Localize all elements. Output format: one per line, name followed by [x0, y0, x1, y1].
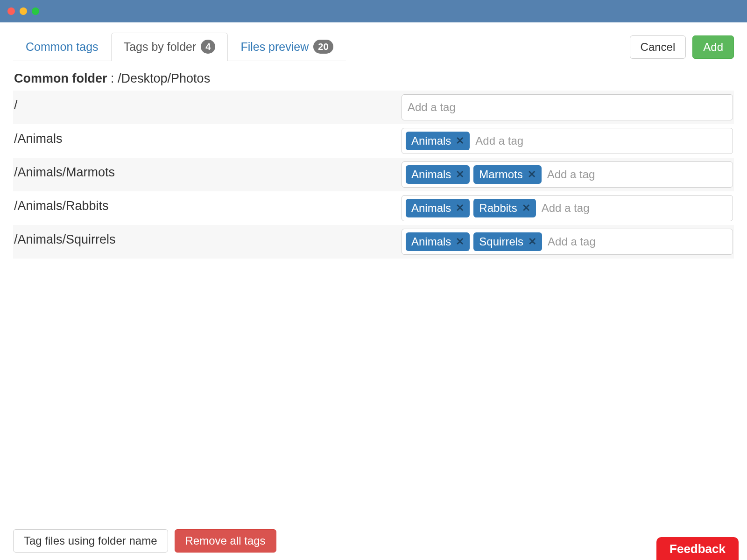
add-tag-input[interactable]: [406, 98, 729, 117]
folder-path: /Animals: [14, 128, 402, 146]
tag-input-box[interactable]: Animals✕: [402, 128, 733, 154]
remove-tag-icon[interactable]: ✕: [522, 202, 530, 214]
folder-row: /Animals/MarmotsAnimals✕Marmots✕: [13, 158, 734, 191]
tab-files-preview[interactable]: Files preview 20: [228, 33, 345, 61]
folder-path: /Animals/Squirrels: [14, 229, 402, 247]
tag-chip: Squirrels✕: [473, 232, 542, 251]
tag-label: Marmots: [479, 168, 522, 181]
common-folder-path: /Desktop/Photos: [118, 71, 210, 85]
folder-path: /Animals/Marmots: [14, 161, 402, 180]
tabs: Common tags Tags by folder 4 Files previ…: [13, 33, 346, 61]
tag-chip: Rabbits✕: [473, 199, 536, 217]
tag-chip: Animals✕: [406, 199, 470, 217]
tab-badge: 4: [201, 40, 215, 54]
folder-row: /Animals/RabbitsAnimals✕Rabbits✕: [13, 191, 734, 225]
tag-chip: Marmots✕: [473, 165, 541, 184]
tab-tags-by-folder[interactable]: Tags by folder 4: [111, 33, 228, 61]
tag-label: Squirrels: [479, 235, 523, 248]
tab-label: Common tags: [26, 40, 99, 54]
tag-input-box[interactable]: Animals✕Marmots✕: [402, 161, 733, 188]
folder-row: /Animals/SquirrelsAnimals✕Squirrels✕: [13, 225, 734, 259]
tag-input-box[interactable]: [402, 94, 733, 120]
window-titlebar: [0, 0, 747, 22]
common-folder-label: Common folder: [14, 71, 107, 85]
tab-label: Tags by folder: [124, 40, 197, 54]
tag-label: Animals: [411, 134, 451, 147]
folder-row: /AnimalsAnimals✕: [13, 124, 734, 158]
remove-tag-icon[interactable]: ✕: [528, 168, 536, 181]
tag-label: Animals: [411, 202, 451, 215]
add-tag-input[interactable]: [546, 232, 729, 251]
window-close-icon[interactable]: [7, 7, 15, 15]
tab-badge: 20: [313, 40, 333, 54]
cancel-button[interactable]: Cancel: [630, 35, 686, 59]
common-folder-sep: :: [107, 71, 118, 85]
tag-label: Rabbits: [479, 202, 517, 215]
remove-tag-icon[interactable]: ✕: [456, 236, 464, 248]
remove-tag-icon[interactable]: ✕: [456, 202, 464, 214]
add-button[interactable]: Add: [692, 35, 734, 59]
remove-all-tags-button[interactable]: Remove all tags: [175, 529, 276, 553]
tag-chip: Animals✕: [406, 232, 470, 251]
tag-using-folder-button[interactable]: Tag files using folder name: [13, 529, 168, 553]
folders-table: //AnimalsAnimals✕/Animals/MarmotsAnimals…: [13, 91, 734, 259]
tab-common-tags[interactable]: Common tags: [13, 33, 111, 61]
footer-actions: Tag files using folder name Remove all t…: [13, 529, 276, 553]
add-tag-input[interactable]: [540, 199, 729, 217]
folder-path: /Animals/Rabbits: [14, 195, 402, 213]
top-actions: Cancel Add: [630, 35, 734, 59]
add-tag-input[interactable]: [473, 132, 729, 150]
tag-input-box[interactable]: Animals✕Squirrels✕: [402, 229, 733, 255]
tab-label: Files preview: [240, 40, 309, 54]
tag-label: Animals: [411, 168, 451, 181]
top-bar: Common tags Tags by folder 4 Files previ…: [13, 33, 734, 61]
window-minimize-icon[interactable]: [20, 7, 27, 15]
remove-tag-icon[interactable]: ✕: [456, 168, 464, 181]
remove-tag-icon[interactable]: ✕: [456, 135, 464, 147]
folder-path: /: [14, 94, 402, 112]
feedback-button[interactable]: Feedback: [656, 537, 739, 560]
tag-chip: Animals✕: [406, 132, 470, 150]
tag-input-box[interactable]: Animals✕Rabbits✕: [402, 195, 733, 221]
remove-tag-icon[interactable]: ✕: [528, 236, 536, 248]
add-tag-input[interactable]: [545, 165, 729, 184]
folder-row: /: [13, 91, 734, 124]
window-maximize-icon[interactable]: [32, 7, 39, 15]
tag-label: Animals: [411, 235, 451, 248]
tag-chip: Animals✕: [406, 165, 470, 184]
common-folder-row: Common folder : /Desktop/Photos: [14, 71, 734, 86]
